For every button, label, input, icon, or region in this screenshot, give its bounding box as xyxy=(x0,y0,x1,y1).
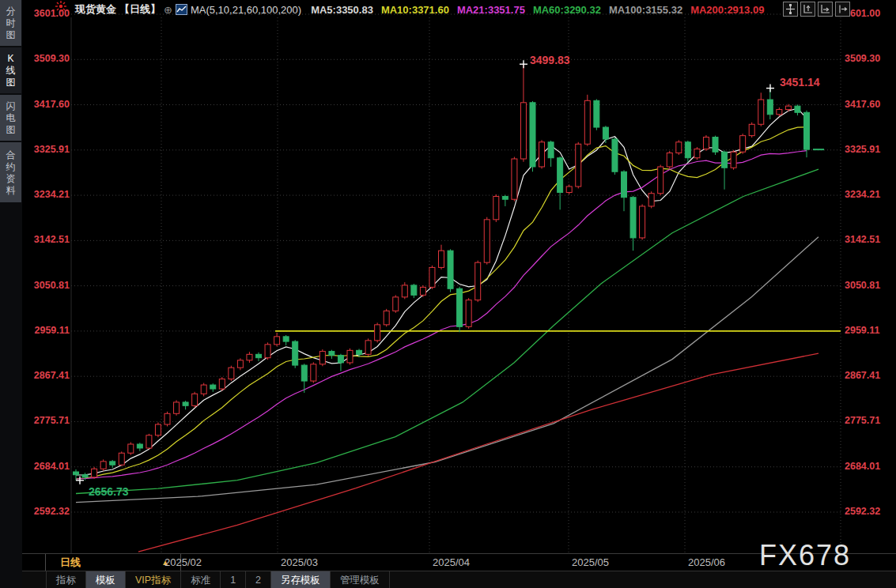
price-tick-left: 2867.41 xyxy=(24,370,70,381)
sidebar-item-2[interactable]: K线图 xyxy=(0,47,21,93)
bottom-tab[interactable]: 1 xyxy=(221,571,246,588)
ma-value: MA21:3351.75 xyxy=(457,4,525,16)
sidebar-item-char: 时 xyxy=(6,17,16,28)
scale-x-axis-icon[interactable] xyxy=(818,2,833,17)
bottom-tab[interactable]: 另存模板 xyxy=(271,571,331,588)
sidebar-item-3[interactable]: 闪电图 xyxy=(0,95,21,141)
chart-toolbar xyxy=(783,2,850,17)
sidebar-item-char: 约 xyxy=(6,161,16,172)
price-tick-right: 2959.11 xyxy=(845,325,880,336)
price-annotation: 3451.14 xyxy=(780,76,820,89)
sidebar-item-char: 电 xyxy=(6,112,16,123)
price-tick-left: 2684.01 xyxy=(24,461,70,472)
price-tick-left: 3417.60 xyxy=(24,99,70,110)
sidebar-item-1[interactable]: 分时图 xyxy=(0,0,21,46)
sidebar-item-char: 线 xyxy=(6,65,16,76)
sidebar-item-char: 合 xyxy=(6,149,16,160)
crosshair-move-icon[interactable] xyxy=(783,2,798,17)
date-tick: 2025/04 xyxy=(433,556,470,568)
price-tick-left: 2775.71 xyxy=(24,415,70,426)
hot-marker-icon xyxy=(55,1,66,12)
sidebar-item-char: 图 xyxy=(6,124,16,135)
price-tick-left: 3509.30 xyxy=(24,53,70,64)
chart-header: 现货黄金 【日线】 ⊕ MA(5,10,21,60,100,200) MA5:3… xyxy=(22,0,896,17)
price-tick-left: 3325.91 xyxy=(24,144,70,155)
sidebar-item-char: 闪 xyxy=(6,100,16,111)
price-tick-right: 2775.71 xyxy=(845,415,880,426)
price-tick-right: 3234.21 xyxy=(845,189,880,200)
bottom-tab[interactable]: 指标 xyxy=(46,571,86,588)
indicator-legend-icon[interactable] xyxy=(176,4,187,15)
bottom-tab[interactable]: 管理模板 xyxy=(331,571,390,588)
ma-values: MA5:3350.83MA10:3371.60MA21:3351.75MA60:… xyxy=(311,4,772,16)
sidebar-item-char: 图 xyxy=(6,29,16,40)
pan-right-icon[interactable] xyxy=(835,2,850,17)
period-label: 日线 xyxy=(60,556,81,570)
price-tick-left: 3234.21 xyxy=(24,189,70,200)
symbol-title: 现货黄金 xyxy=(75,2,116,17)
left-sidebar: 分时图K线图闪电图合约资料 xyxy=(0,0,22,588)
date-tick: 2025/05 xyxy=(572,556,609,568)
date-tick: 2025/06 xyxy=(688,556,725,568)
bottom-tab[interactable]: 2 xyxy=(246,571,271,588)
period-tag: 【日线】 xyxy=(119,2,161,17)
price-tick-left: 2959.11 xyxy=(24,325,70,336)
price-tick-right: 3142.51 xyxy=(845,234,880,245)
sidebar-item-4[interactable]: 合约资料 xyxy=(0,142,21,202)
scale-y-axis-icon[interactable] xyxy=(800,2,815,17)
ma-value: MA60:3290.32 xyxy=(533,4,601,16)
bottom-tab[interactable]: 标准 xyxy=(181,571,221,588)
trading-app-window: 3499.833451.142656.73 分时图K线图闪电图合约资料 现货黄金… xyxy=(0,0,896,588)
ma-value: MA5:3350.83 xyxy=(311,4,373,16)
bottom-tab[interactable]: VIP指标 xyxy=(126,571,181,588)
ma-group-label[interactable]: MA(5,10,21,60,100,200) xyxy=(191,4,301,16)
date-tick: 2025/02 xyxy=(164,556,202,568)
period-selector[interactable]: 日线 ▲ xyxy=(45,554,181,571)
price-tick-right: 2867.41 xyxy=(845,370,880,381)
price-tick-right: 3325.91 xyxy=(845,144,880,155)
price-tick-right: 3509.30 xyxy=(845,53,880,64)
watermark: FX678 xyxy=(759,539,851,572)
sidebar-item-char: K xyxy=(7,53,13,64)
price-tick-right: 2592.32 xyxy=(845,506,880,517)
price-tick-left: 3142.51 xyxy=(24,234,70,245)
ma-value: MA10:3371.60 xyxy=(381,4,449,16)
price-tick-right: 3417.60 xyxy=(845,99,880,110)
price-tick-left: 2592.32 xyxy=(24,506,70,517)
price-tick-right: 2684.01 xyxy=(845,461,880,472)
sidebar-item-char: 分 xyxy=(6,6,16,17)
bottom-tab[interactable]: 模板 xyxy=(86,571,126,588)
sidebar-item-char: 料 xyxy=(6,185,16,196)
bottom-tab-bar: 指标模板VIP指标标准12另存模板管理模板 xyxy=(22,571,896,588)
sidebar-item-char: 图 xyxy=(6,77,16,88)
ma-value: MA100:3155.32 xyxy=(609,4,682,16)
sidebar-item-char: 资 xyxy=(6,173,16,184)
price-annotation: 2656.73 xyxy=(89,485,129,498)
candlestick-chart[interactable]: 3499.833451.142656.73 xyxy=(0,0,896,588)
price-tick-right: 3050.81 xyxy=(845,280,880,291)
ma-value: MA200:2913.09 xyxy=(690,4,764,16)
expand-icon[interactable]: ⊕ xyxy=(164,4,172,16)
date-tick: 2025/03 xyxy=(281,556,318,568)
price-annotation: 3499.83 xyxy=(530,54,570,66)
price-tick-left: 3050.81 xyxy=(24,280,70,291)
